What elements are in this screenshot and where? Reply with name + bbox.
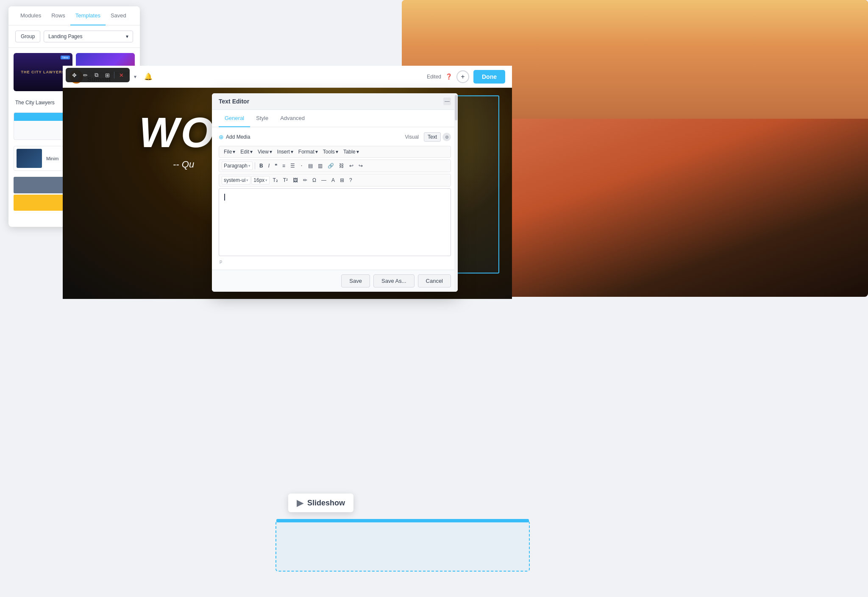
minimize-icon[interactable]: — bbox=[443, 98, 451, 105]
superscript-button[interactable]: T² bbox=[281, 176, 290, 184]
slideshow-label: Slideshow bbox=[307, 499, 345, 508]
align-center-button[interactable]: ▤ bbox=[306, 162, 315, 170]
table-menu[interactable]: Table ▾ bbox=[341, 148, 361, 156]
help-question-button[interactable]: ? bbox=[347, 176, 354, 184]
add-media-bar: ⊕ Add Media Visual Text ⚙ bbox=[219, 132, 451, 142]
text-button[interactable]: Text bbox=[424, 132, 441, 142]
paragraph-dropdown[interactable]: Paragraph ▾ bbox=[222, 162, 253, 170]
visual-text-bar: Visual Text ⚙ bbox=[402, 132, 451, 142]
editor-toolbar-row-1: File ▾ Edit ▾ View ▾ Insert ▾ Format ▾ T… bbox=[219, 146, 451, 158]
italic-button[interactable]: I bbox=[266, 162, 272, 170]
unlink-button[interactable]: ⛓ bbox=[337, 162, 346, 170]
edit-menu[interactable]: Edit ▾ bbox=[238, 148, 255, 156]
sidebar-tab-templates[interactable]: Templates bbox=[70, 6, 106, 25]
columns-icon[interactable]: ⊞ bbox=[102, 70, 112, 80]
modal-tab-general[interactable]: General bbox=[219, 110, 250, 127]
modal-titlebar: Text Editor — bbox=[212, 93, 458, 110]
modal-title: Text Editor bbox=[219, 98, 249, 105]
view-menu[interactable]: View ▾ bbox=[256, 148, 274, 156]
settings-icon[interactable]: ⚙ bbox=[442, 133, 451, 141]
done-button[interactable]: Done bbox=[473, 70, 505, 84]
bold-button[interactable]: B bbox=[257, 162, 265, 170]
word-count: p bbox=[219, 258, 451, 265]
save-as-button[interactable]: Save As... bbox=[373, 274, 415, 287]
toolbar-divider bbox=[114, 72, 114, 78]
sidebar-tab-rows[interactable]: Rows bbox=[46, 6, 70, 25]
drop-zone[interactable] bbox=[275, 521, 530, 572]
color-button[interactable]: A bbox=[329, 176, 337, 184]
landing-pages-dropdown[interactable]: Landing Pages ▾ bbox=[44, 31, 133, 42]
add-button[interactable]: + bbox=[456, 70, 469, 83]
align-right-button[interactable]: ▥ bbox=[316, 162, 325, 170]
modal-footer: Save Save As... Cancel bbox=[212, 270, 458, 292]
image-button[interactable]: 🖼 bbox=[291, 176, 300, 184]
group-button[interactable]: Group bbox=[15, 31, 40, 42]
slideshow-button[interactable]: ▶ Slideshow bbox=[288, 494, 353, 512]
list-button[interactable]: ≡ bbox=[280, 162, 287, 170]
insert-menu[interactable]: Insert ▾ bbox=[275, 148, 295, 156]
save-button[interactable]: Save bbox=[341, 274, 370, 287]
edit-arrow: ▾ bbox=[250, 149, 253, 155]
edit-icon[interactable]: ✏ bbox=[80, 70, 90, 80]
modal-tabs: General Style Advanced bbox=[212, 110, 458, 127]
modal-body: ⊕ Add Media Visual Text ⚙ File ▾ Edit ▾ … bbox=[212, 127, 458, 270]
tools-arrow: ▾ bbox=[336, 149, 338, 155]
chevron-down-icon: ▾ bbox=[126, 33, 128, 39]
editor-content-area[interactable] bbox=[219, 188, 451, 256]
sidebar-tab-modules[interactable]: Modules bbox=[15, 6, 46, 25]
template-badge: New bbox=[61, 56, 70, 59]
file-menu[interactable]: File ▾ bbox=[222, 148, 237, 156]
view-arrow: ▾ bbox=[270, 149, 272, 155]
format-menu[interactable]: Format ▾ bbox=[296, 148, 320, 156]
modal-tab-style[interactable]: Style bbox=[250, 110, 274, 127]
duplicate-icon[interactable]: ⧉ bbox=[91, 70, 101, 80]
sidebar-tab-saved[interactable]: Saved bbox=[106, 6, 131, 25]
quote-button[interactable]: ❝ bbox=[273, 162, 279, 170]
help-icon[interactable]: ❓ bbox=[445, 73, 452, 80]
slideshow-icon: ▶ bbox=[297, 498, 303, 508]
redo-button[interactable]: ↪ bbox=[356, 162, 365, 170]
subscript-button[interactable]: T₂ bbox=[270, 176, 280, 184]
hr-button[interactable]: — bbox=[319, 176, 328, 184]
top-bar-right: Edited ❓ + Done bbox=[427, 70, 505, 84]
file-arrow: ▾ bbox=[233, 149, 235, 155]
editor-toolbar-row-3: system-ui ▾ 16px ▾ T₂ T² 🖼 ✏ Ω — A ⊞ ? bbox=[219, 174, 451, 187]
ordered-list-button[interactable]: ☰ bbox=[288, 162, 297, 170]
close-icon[interactable]: ✕ bbox=[116, 70, 126, 80]
scrollbar-thumb bbox=[455, 95, 457, 120]
editor-toolbar-row-2: Paragraph ▾ B I ❝ ≡ ☰ ⬝ ▤ ▥ 🔗 ⛓ ↩ ↪ bbox=[219, 159, 451, 172]
font-family-dropdown[interactable]: system-ui ▾ bbox=[222, 176, 250, 184]
cancel-button[interactable]: Cancel bbox=[418, 274, 451, 287]
bell-icon[interactable]: 🔔 bbox=[144, 73, 153, 81]
visual-button[interactable]: Visual bbox=[402, 133, 422, 141]
sidebar-tabs: Modules Rows Templates Saved bbox=[8, 6, 140, 25]
modal-scrollbar[interactable] bbox=[454, 93, 458, 292]
toolbar-sep-1 bbox=[255, 162, 255, 169]
omega-button[interactable]: Ω bbox=[310, 176, 318, 184]
table-arrow: ▾ bbox=[356, 149, 359, 155]
slideshow-container: ▶ Slideshow bbox=[288, 494, 353, 512]
link-button[interactable]: 🔗 bbox=[326, 162, 336, 170]
text-cursor bbox=[224, 194, 225, 201]
text-editor-modal: Text Editor — General Style Advanced ⊕ A… bbox=[212, 93, 458, 292]
undo-button[interactable]: ↩ bbox=[347, 162, 356, 170]
modal-tab-advanced[interactable]: Advanced bbox=[274, 110, 311, 127]
module-toolbar: ✥ ✏ ⧉ ⊞ ✕ bbox=[66, 68, 130, 82]
minim-label: Minim bbox=[46, 156, 58, 161]
chevron-down-icon[interactable]: ▾ bbox=[134, 74, 136, 80]
font-size-dropdown[interactable]: 16px ▾ bbox=[251, 176, 270, 184]
media-icon: ⊕ bbox=[219, 134, 224, 140]
edited-label: Edited bbox=[427, 74, 441, 80]
top-bar: 🐺 Currently Editing Page Summit ▾ 🔔 Edit… bbox=[63, 66, 512, 88]
tools-menu[interactable]: Tools ▾ bbox=[321, 148, 340, 156]
add-media-button[interactable]: ⊕ Add Media bbox=[219, 134, 250, 140]
sidebar-controls: Group Landing Pages ▾ bbox=[8, 25, 140, 48]
align-left-button[interactable]: ⬝ bbox=[298, 162, 305, 170]
table-insert-button[interactable]: ⊞ bbox=[338, 176, 346, 184]
pencil-button[interactable]: ✏ bbox=[301, 176, 309, 184]
drop-zone-bar bbox=[276, 519, 529, 522]
minim-thumbnail bbox=[17, 149, 42, 168]
move-icon[interactable]: ✥ bbox=[69, 70, 79, 80]
editor-sub-text: -- Qu bbox=[173, 159, 194, 170]
insert-arrow: ▾ bbox=[291, 149, 293, 155]
